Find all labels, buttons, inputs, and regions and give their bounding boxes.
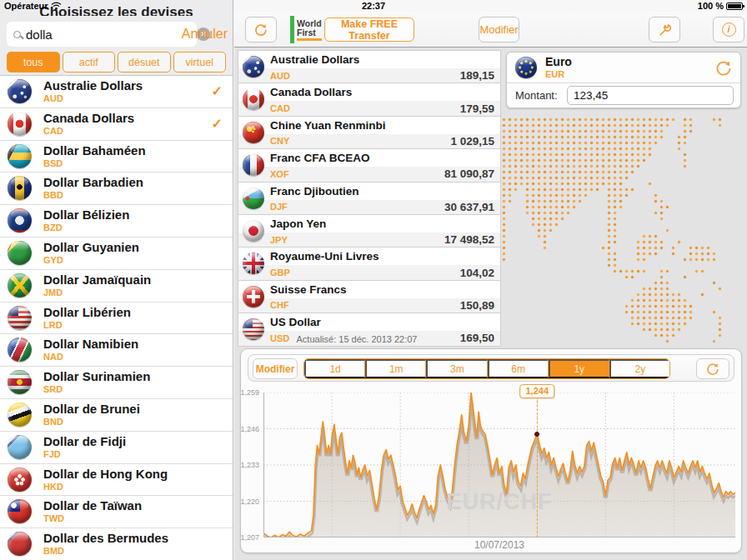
currency-name: Dollar de Brunei xyxy=(43,401,140,417)
make-free-transfer-button[interactable]: Make FREE Transfer xyxy=(324,18,414,42)
currency-list-item[interactable]: Dollar de Taïwan TWD ✓ xyxy=(0,496,233,528)
rate-value: 81 090,87 xyxy=(444,168,494,180)
currency-list-item[interactable]: Dollar de Fidji FJD ✓ xyxy=(0,432,233,464)
cursor-value-badge: 1,244 xyxy=(520,384,555,398)
currency-list-item[interactable]: Dollar de Hong Kong HKD ✓ xyxy=(0,464,233,497)
search-zone: ✕ Annuler tousactifdésuetvirtuel xyxy=(0,16,233,75)
range-segment-6m[interactable]: 6m xyxy=(488,359,549,378)
currency-list-item[interactable]: Australie Dollars AUD ✓ xyxy=(0,76,233,108)
currency-flag-icon xyxy=(8,435,32,459)
currency-code: DJF xyxy=(270,202,288,212)
currency-name: Royaume-Uni Livres xyxy=(270,250,379,262)
search-input[interactable] xyxy=(26,28,192,42)
currency-name: Australie Dollars xyxy=(43,78,143,93)
search-icon xyxy=(13,31,21,38)
amount-input[interactable] xyxy=(567,86,734,105)
clock-label: 22:37 xyxy=(362,1,385,11)
currency-list-item[interactable]: Dollar de Brunei BND ✓ xyxy=(0,399,233,432)
currency-list-item[interactable]: Dollar Bélizien BZD ✓ xyxy=(0,205,233,238)
currency-flag-icon xyxy=(243,318,264,340)
rate-row[interactable]: Japon Yen JPY 17 498,52 xyxy=(238,214,500,247)
search-field[interactable]: ✕ xyxy=(7,22,197,47)
rate-row[interactable]: Chine Yuan Renminbi CNY 1 029,15 xyxy=(238,116,500,148)
range-segment-2y[interactable]: 2y xyxy=(609,359,669,378)
rate-row[interactable]: Franc Djiboutien DJF 30 637,91 xyxy=(238,182,500,214)
currency-flag-icon xyxy=(8,176,32,200)
currency-name: Dollar Libérien xyxy=(43,304,131,320)
rate-row[interactable]: Royaume-Uni Livres GBP 104,02 xyxy=(238,247,500,279)
wifi-icon xyxy=(51,2,62,10)
chart-cursor-line[interactable] xyxy=(537,396,538,538)
currency-code: BSD xyxy=(43,158,146,169)
currency-name: Chine Yuan Renminbi xyxy=(270,119,386,132)
rate-value: 150,89 xyxy=(460,299,494,312)
chart-refresh-button[interactable] xyxy=(696,358,729,379)
currency-name: Canada Dollars xyxy=(43,110,134,126)
rate-row[interactable]: Canada Dollars CAD 179,59 xyxy=(238,82,500,115)
rate-row[interactable]: Franc CFA BCEAO XOF 81 090,87 xyxy=(238,148,500,181)
range-segment-1d[interactable]: 1d xyxy=(304,359,365,378)
filter-tab-tous[interactable]: tous xyxy=(7,52,60,72)
currency-list-item[interactable]: Dollar Guyanien GYD ✓ xyxy=(0,238,233,270)
currency-flag-icon xyxy=(243,286,264,308)
chart-cursor-dot xyxy=(534,432,539,437)
currency-flag-icon xyxy=(8,208,32,232)
edit-chart-button[interactable]: Modifier xyxy=(253,358,298,379)
currency-code: GYD xyxy=(43,255,139,266)
range-segment-1m[interactable]: 1m xyxy=(365,359,426,378)
currency-flag-icon xyxy=(8,370,32,394)
currency-list-item[interactable]: Dollar Namibien NAD ✓ xyxy=(0,334,233,367)
checkmark-icon: ✓ xyxy=(212,116,223,132)
converter-refresh-button[interactable] xyxy=(715,59,734,78)
currency-code: CHF xyxy=(270,300,289,310)
rate-value: 17 498,52 xyxy=(444,233,494,246)
range-segmented-control: 1d1m3m6m1y2y xyxy=(303,358,670,379)
base-currency-code: EUR xyxy=(545,69,564,79)
rates-panel: World First Make FREE Transfer Modifier … xyxy=(234,0,747,560)
base-currency-name: Euro xyxy=(545,55,572,68)
info-icon: i xyxy=(722,22,736,37)
y-tick-label: 1,259 xyxy=(240,388,259,397)
info-button[interactable]: i xyxy=(713,17,744,42)
currency-code: XOF xyxy=(270,169,289,179)
currency-flag-icon xyxy=(8,468,32,492)
currency-list-item[interactable]: Dollar Libérien LRD ✓ xyxy=(0,302,233,335)
world-dot-map xyxy=(501,117,747,344)
currency-code: BBD xyxy=(43,190,143,201)
rate-row[interactable]: Suisse Francs CHF 150,89 xyxy=(238,280,500,312)
base-currency-card: Euro EUR Montant: xyxy=(506,52,741,108)
filter-tab-virtuel[interactable]: virtuel xyxy=(173,52,227,72)
cancel-button[interactable]: Annuler xyxy=(182,22,228,47)
y-tick-label: 1,233 xyxy=(240,461,259,469)
settings-button[interactable] xyxy=(649,17,680,42)
refresh-button[interactable] xyxy=(245,17,277,42)
filter-tab-désuet[interactable]: désuet xyxy=(118,52,171,72)
rate-value: 1 029,15 xyxy=(450,135,494,148)
currency-name: Dollar Bahaméen xyxy=(43,142,146,158)
currency-list-item[interactable]: Dollar Jamaïquain JMD ✓ xyxy=(0,270,233,302)
currency-picker-panel: Choisissez les devises ✕ Annuler tousact… xyxy=(0,0,233,560)
y-axis-labels: 1,2591,2461,2331,2201,207 xyxy=(241,392,262,538)
currency-list-item[interactable]: Dollar Barbadien BBD ✓ xyxy=(0,172,233,205)
currency-flag-icon xyxy=(243,56,264,78)
currency-list-item[interactable]: Dollar Bahaméen BSD ✓ xyxy=(0,141,233,173)
currency-code: NAD xyxy=(43,352,138,362)
currency-flag-icon xyxy=(8,273,32,298)
rate-row[interactable]: US Dollar USD 169,50 Actualisé: 15 déc. … xyxy=(238,312,500,345)
filter-tab-actif[interactable]: actif xyxy=(63,52,116,72)
currency-list-item[interactable]: Dollar Surinamien SRD ✓ xyxy=(0,367,233,399)
currency-flag-icon xyxy=(8,402,32,427)
currency-flag-icon xyxy=(8,338,32,362)
currency-flag-icon xyxy=(8,306,32,330)
range-segment-3m[interactable]: 3m xyxy=(426,359,487,378)
world-first-logo: World First xyxy=(290,16,322,43)
currency-name: Dollar Bélizien xyxy=(43,207,129,222)
status-bar: Opérateur 22:37 100 % xyxy=(0,0,747,12)
currency-code: HKD xyxy=(43,482,168,492)
wrench-icon xyxy=(657,22,672,38)
currency-list-item[interactable]: Dollar des Bermudes BMD ✓ xyxy=(0,528,233,560)
range-segment-1y[interactable]: 1y xyxy=(549,359,609,378)
edit-rates-button[interactable]: Modifier xyxy=(479,17,519,42)
currency-list-item[interactable]: Canada Dollars CAD ✓ xyxy=(0,108,233,141)
rate-row[interactable]: Australie Dollars AUD 189,15 xyxy=(238,50,500,82)
